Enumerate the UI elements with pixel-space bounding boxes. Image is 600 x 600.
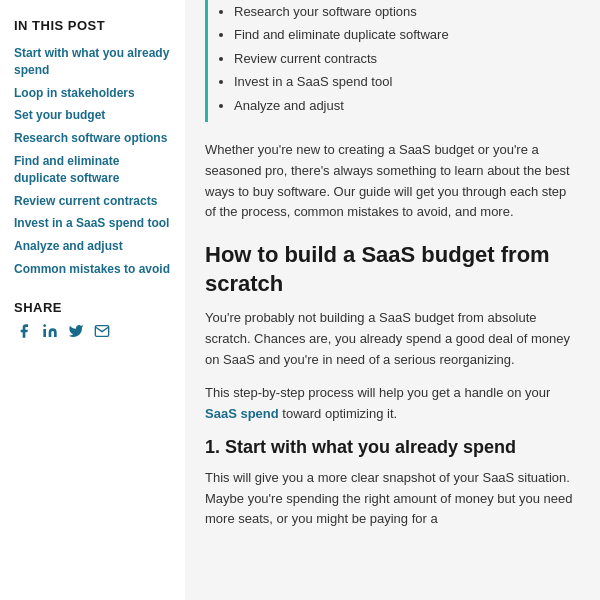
sidebar-nav-link-find[interactable]: Find and eliminate duplicate software bbox=[14, 151, 171, 189]
subsection-heading: 1. Start with what you already spend bbox=[205, 436, 580, 459]
body2-prefix: This step-by-step process will help you … bbox=[205, 385, 550, 400]
sidebar: IN THIS POST Start with what you already… bbox=[0, 0, 185, 600]
linkedin-icon[interactable] bbox=[40, 321, 60, 341]
sidebar-nav-item-analyze[interactable]: Analyze and adjust bbox=[14, 236, 171, 257]
sidebar-nav: Start with what you already spendLoop in… bbox=[14, 43, 171, 280]
sidebar-nav-item-mistakes[interactable]: Common mistakes to avoid bbox=[14, 259, 171, 280]
share-label: SHARE bbox=[14, 300, 171, 315]
sidebar-nav-link-invest[interactable]: Invest in a SaaS spend tool bbox=[14, 213, 171, 234]
main-heading: How to build a SaaS budget from scratch bbox=[205, 241, 580, 298]
sidebar-nav-item-find[interactable]: Find and eliminate duplicate software bbox=[14, 151, 171, 189]
sidebar-nav-link-analyze[interactable]: Analyze and adjust bbox=[14, 236, 171, 257]
toc-list-item: Review current contracts bbox=[234, 47, 580, 70]
body2-suffix: toward optimizing it. bbox=[279, 406, 398, 421]
body-paragraph-1: You're probably not building a SaaS budg… bbox=[205, 308, 580, 370]
sidebar-nav-link-start[interactable]: Start with what you already spend bbox=[14, 43, 171, 81]
sidebar-nav-link-mistakes[interactable]: Common mistakes to avoid bbox=[14, 259, 171, 280]
sidebar-nav-item-review[interactable]: Review current contracts bbox=[14, 191, 171, 212]
facebook-icon[interactable] bbox=[14, 321, 34, 341]
share-section: SHARE bbox=[14, 300, 171, 341]
intro-text: Whether you're new to creating a SaaS bu… bbox=[205, 140, 580, 223]
sidebar-nav-link-review[interactable]: Review current contracts bbox=[14, 191, 171, 212]
sidebar-nav-item-start[interactable]: Start with what you already spend bbox=[14, 43, 171, 81]
sidebar-nav-item-research[interactable]: Research software options bbox=[14, 128, 171, 149]
sidebar-nav-item-invest[interactable]: Invest in a SaaS spend tool bbox=[14, 213, 171, 234]
svg-point-0 bbox=[43, 324, 46, 327]
sidebar-nav-item-loop[interactable]: Loop in stakeholders bbox=[14, 83, 171, 104]
toc-list: Research your software optionsFind and e… bbox=[218, 0, 580, 117]
sidebar-nav-link-research[interactable]: Research software options bbox=[14, 128, 171, 149]
body-paragraph-2: This step-by-step process will help you … bbox=[205, 383, 580, 425]
subsection-body: This will give you a more clear snapshot… bbox=[205, 468, 580, 530]
toc-list-item: Analyze and adjust bbox=[234, 94, 580, 117]
toc-list-item: Find and eliminate duplicate software bbox=[234, 23, 580, 46]
sidebar-nav-link-set[interactable]: Set your budget bbox=[14, 105, 171, 126]
main-content: Research your software optionsFind and e… bbox=[185, 0, 600, 600]
saas-spend-link[interactable]: SaaS spend bbox=[205, 406, 279, 421]
toc-list-area: Research your software optionsFind and e… bbox=[205, 0, 580, 122]
toc-list-item: Invest in a SaaS spend tool bbox=[234, 70, 580, 93]
share-icons bbox=[14, 321, 171, 341]
toc-list-item: Research your software options bbox=[234, 0, 580, 23]
email-icon[interactable] bbox=[92, 321, 112, 341]
sidebar-nav-link-loop[interactable]: Loop in stakeholders bbox=[14, 83, 171, 104]
twitter-icon[interactable] bbox=[66, 321, 86, 341]
sidebar-title: IN THIS POST bbox=[14, 18, 171, 33]
sidebar-nav-item-set[interactable]: Set your budget bbox=[14, 105, 171, 126]
